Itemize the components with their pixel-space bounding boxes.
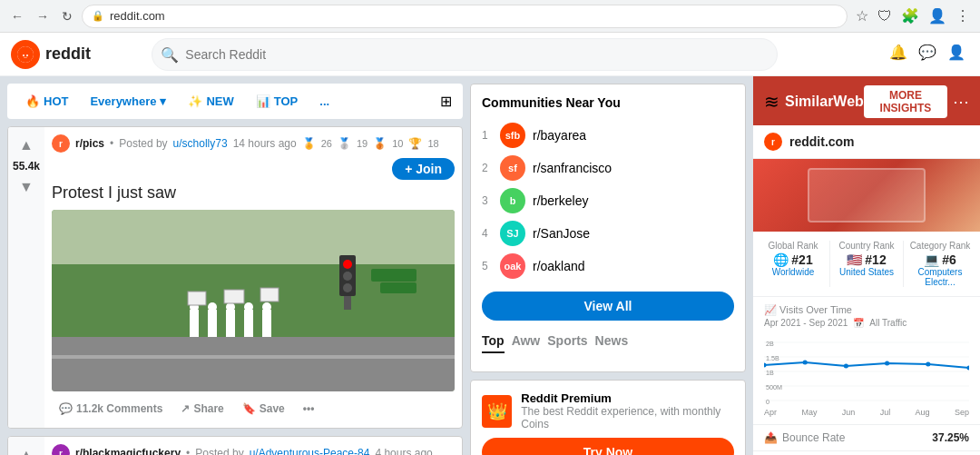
dot-separator-2: • (186, 447, 190, 455)
svg-point-17 (262, 302, 271, 312)
svg-point-34 (803, 361, 808, 365)
feed: 🔥 HOT Everywhere ▾ ✨ NEW 📊 TOP ... ⊞ ▲ 5… (0, 76, 470, 455)
post-image (52, 210, 455, 391)
user-avatar[interactable]: 👤 (947, 44, 969, 65)
svg-point-33 (764, 363, 767, 368)
tab-news[interactable]: News (595, 330, 629, 353)
country-rank-sub[interactable]: United States (834, 267, 899, 277)
layout-toggle[interactable]: ⊞ (440, 93, 452, 110)
category-rank-sub[interactable]: Computers Electr... (907, 267, 973, 287)
sw-options-icon[interactable]: ⋯ (953, 92, 969, 112)
award-count-1: 26 (321, 138, 332, 149)
community-rank-1: 1 (482, 129, 493, 142)
chat-icon[interactable]: 💬 (918, 44, 940, 65)
comments-button[interactable]: 💬 11.2k Comments (52, 397, 170, 420)
upvote-button-2[interactable]: ▲ (15, 444, 37, 455)
svg-point-11 (208, 302, 217, 312)
tab-top[interactable]: Top (482, 330, 505, 353)
sidebar: Communities Near You 1 sfb r/bayarea 2 s… (470, 76, 753, 455)
similarweb-panel: ≋ SimilarWeb MORE INSIGHTS ⋯ r reddit.co… (753, 76, 980, 455)
chart-period: Apr 2021 - Sep 2021 (764, 318, 848, 328)
subreddit-link-2[interactable]: r/blackmagicfuckery (75, 447, 181, 455)
dot-separator: • (110, 137, 113, 150)
category-icon: 💻 (924, 252, 939, 267)
reddit-logo[interactable]: reddit (11, 40, 91, 69)
community-name-1: r/bayarea (533, 128, 586, 143)
post-body-2: r r/blackmagicfuckery • Posted by u/Adve… (44, 437, 462, 455)
filter-top[interactable]: 📊 TOP (249, 91, 306, 112)
address-bar[interactable]: 🔒 reddit.com (82, 5, 848, 28)
svg-point-23 (343, 260, 352, 269)
sw-chart-title: 📈 Visits Over Time (764, 304, 969, 316)
tab-sports[interactable]: Sports (547, 330, 587, 353)
downvote-button[interactable]: ▼ (15, 176, 37, 198)
forward-button[interactable]: → (33, 5, 53, 27)
country-rank-value: 🇺🇸 #12 (834, 252, 899, 267)
upvote-button[interactable]: ▲ (15, 134, 37, 156)
view-all-button[interactable]: View All (482, 292, 734, 321)
community-item-2[interactable]: 2 sf r/sanfrancisco (482, 152, 734, 184)
subreddit-icon-2: r (52, 444, 70, 455)
extensions-icon[interactable]: 🧩 (898, 5, 922, 26)
sw-site-row: r reddit.com (753, 125, 980, 159)
svg-point-25 (343, 283, 352, 292)
chart-label-aug: Aug (916, 408, 930, 417)
subreddit-link[interactable]: r/pics (75, 137, 104, 150)
tab-aww[interactable]: Aww (512, 330, 541, 353)
join-button-post1[interactable]: + Join (392, 158, 455, 180)
global-rank-sub[interactable]: Worldwide (760, 267, 826, 277)
community-item-5[interactable]: 5 oak r/oakland (482, 250, 734, 282)
premium-icon: 👑 (482, 395, 512, 428)
award-4: 🏆 (408, 137, 422, 150)
chart-label-may: May (801, 408, 817, 417)
svg-rect-26 (371, 269, 416, 282)
url-text: reddit.com (110, 9, 165, 23)
country-rank-label: Country Rank (834, 241, 899, 251)
svg-text:0: 0 (766, 399, 769, 406)
community-item-4[interactable]: 4 SJ r/SanJose (482, 217, 734, 250)
filter-everywhere[interactable]: Everywhere ▾ (83, 91, 173, 112)
menu-icon[interactable]: ⋮ (953, 5, 973, 26)
community-name-3: r/berkeley (533, 193, 588, 208)
community-name-4: r/SanJose (533, 226, 590, 241)
more-insights-button[interactable]: MORE INSIGHTS (864, 85, 947, 118)
back-button[interactable]: ← (7, 5, 27, 27)
community-item-3[interactable]: 3 b r/berkeley (482, 184, 734, 217)
filter-bar: 🔥 HOT Everywhere ▾ ✨ NEW 📊 TOP ... ⊞ (7, 84, 463, 119)
save-button[interactable]: 🔖 Save (235, 397, 292, 420)
svg-point-24 (343, 272, 352, 281)
refresh-button[interactable]: ↻ (58, 5, 76, 27)
svg-point-38 (966, 366, 969, 371)
post-meta: r r/pics • Posted by u/scholly73 14 hour… (52, 134, 455, 180)
username-link[interactable]: u/scholly73 (173, 137, 228, 150)
communities-title: Communities Near You (482, 95, 734, 110)
chart-icon: 📅 (853, 318, 864, 328)
svg-point-2 (23, 54, 24, 56)
profile-icon[interactable]: 👤 (926, 5, 949, 26)
notifications-icon[interactable]: 🔔 (889, 44, 911, 65)
community-item-1[interactable]: 1 sfb r/bayarea (482, 119, 734, 152)
username-link-2[interactable]: u/Adventurous-Peace-84 (250, 447, 370, 455)
global-rank-label: Global Rank (760, 241, 826, 251)
community-rank-4: 4 (482, 227, 493, 240)
svg-text:500M: 500M (766, 384, 782, 391)
filter-hot[interactable]: 🔥 HOT (18, 91, 75, 112)
vote-column-2: ▲ 26.1k ▼ (8, 437, 44, 455)
time-ago-2: 4 hours ago (375, 447, 432, 455)
bounce-rate-row: 📤 Bounce Rate 37.25% (753, 425, 980, 451)
shield-icon[interactable]: 🛡 (875, 6, 895, 26)
tab-row: Top Aww Sports News (482, 330, 734, 353)
more-button[interactable]: ••• (296, 397, 322, 420)
community-avatar-4: SJ (500, 221, 525, 246)
share-button[interactable]: ↗ Share (173, 397, 230, 420)
star-icon[interactable]: ☆ (853, 5, 871, 26)
search-input[interactable] (152, 38, 778, 71)
sw-site-name: reddit.com (789, 134, 855, 149)
try-now-button[interactable]: Try Now (482, 438, 734, 455)
svg-rect-12 (226, 310, 235, 337)
premium-subtitle: The best Reddit experience, with monthly… (521, 405, 734, 430)
filter-new[interactable]: ✨ NEW (181, 91, 240, 112)
svg-rect-10 (208, 310, 217, 337)
svg-point-15 (244, 302, 253, 312)
filter-more[interactable]: ... (312, 91, 337, 112)
